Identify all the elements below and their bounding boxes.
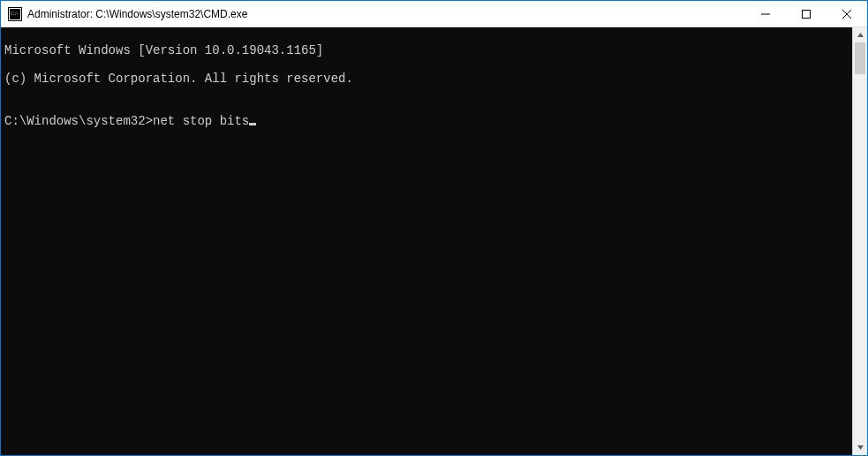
svg-marker-9 <box>857 445 864 450</box>
titlebar[interactable]: C:\ Administrator: C:\Windows\system32\C… <box>1 1 867 27</box>
cmd-window: C:\ Administrator: C:\Windows\system32\C… <box>0 0 868 456</box>
cmd-icon: C:\ <box>8 7 22 21</box>
scroll-thumb[interactable] <box>855 42 865 74</box>
scroll-up-button[interactable] <box>853 27 867 42</box>
window-controls <box>745 1 867 27</box>
scroll-track[interactable] <box>853 42 867 440</box>
svg-rect-5 <box>803 10 811 18</box>
maximize-button[interactable] <box>786 1 826 27</box>
prompt: C:\Windows\system32> <box>4 114 153 128</box>
scroll-down-button[interactable] <box>853 440 867 455</box>
typed-command: net stop bits <box>153 114 249 128</box>
client-area: Microsoft Windows [Version 10.0.19043.11… <box>1 27 867 455</box>
terminal-output[interactable]: Microsoft Windows [Version 10.0.19043.11… <box>1 27 852 455</box>
copyright-line: (c) Microsoft Corporation. All rights re… <box>4 72 852 86</box>
svg-text:C:\: C:\ <box>11 10 19 17</box>
version-line: Microsoft Windows [Version 10.0.19043.11… <box>4 43 852 57</box>
close-button[interactable] <box>826 1 867 27</box>
vertical-scrollbar[interactable] <box>852 27 867 455</box>
svg-marker-8 <box>857 33 864 37</box>
window-title: Administrator: C:\Windows\system32\CMD.e… <box>27 8 745 20</box>
text-cursor <box>249 123 256 125</box>
minimize-button[interactable] <box>745 1 786 27</box>
